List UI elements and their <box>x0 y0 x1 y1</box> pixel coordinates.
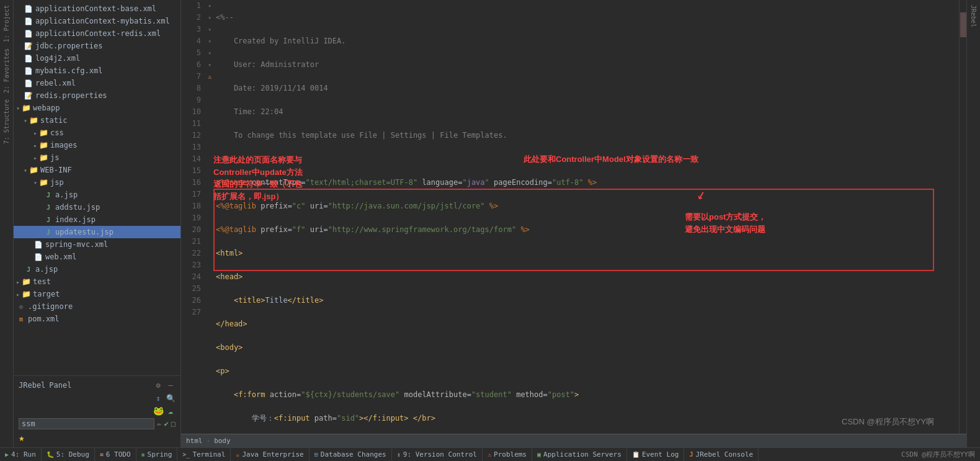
pom-icon: m <box>16 314 26 324</box>
left-tab-structure[interactable]: 7: Structure <box>2 97 11 146</box>
problems-icon: ⚠ <box>488 451 491 458</box>
left-tab-favorites[interactable]: 2: Favorites <box>2 46 11 96</box>
tab-vc[interactable]: ↕ 9: Version Control <box>392 448 483 461</box>
editor-content: 1 2 3 4 5 6 7 8 9 10 11 12 13 14 15 16 1… <box>181 0 966 434</box>
tab-problems[interactable]: ⚠ Problems <box>483 448 532 461</box>
tree-item-addstu-jsp[interactable]: J addstu.jsp <box>14 201 180 213</box>
ssm-input[interactable] <box>19 418 154 429</box>
editor-area: 1 2 3 4 5 6 7 8 9 10 11 12 13 14 15 16 1… <box>181 0 966 447</box>
tree-item-rebel[interactable]: 📄 rebel.xml <box>14 77 180 89</box>
settings-icon[interactable]: ⚙ <box>153 380 163 390</box>
tab-java[interactable]: ☕ Java Enterprise <box>231 448 309 461</box>
tab-jrebel-console[interactable]: J JRebel Console <box>684 448 759 461</box>
tree-item-web-xml[interactable]: 📄 web.xml <box>14 251 180 263</box>
tree-item-jsp-folder[interactable]: ▾ 📁 jsp <box>14 176 180 189</box>
tree-item-js[interactable]: ▸ 📁 js <box>14 151 180 164</box>
tree-item-mybatis[interactable]: 📄 mybatis.cfg.xml <box>14 65 180 77</box>
tab-vc-label: 9: Version Control <box>403 450 477 459</box>
code-line-3: User: Administrator <box>213 59 959 71</box>
tab-db[interactable]: ⊞ Database Changes <box>310 448 392 461</box>
tab-spring[interactable]: ❀ Spring <box>136 448 178 461</box>
tree-item-webinf[interactable]: ▾ 📁 WEB-INF <box>14 164 180 176</box>
tree-item-images[interactable]: ▸ 📁 images <box>14 139 180 151</box>
jrebel-label[interactable]: JRebel <box>19 381 45 390</box>
tree-item-a-jsp-root[interactable]: J a.jsp <box>14 263 180 275</box>
bottom-right-watermark: CSDN @程序员不想YY啊 <box>901 450 980 459</box>
breadcrumb-body[interactable]: body <box>214 437 231 445</box>
rebel-icon[interactable]: 🐸 <box>153 406 163 416</box>
cloud-icon[interactable]: ☁ <box>166 406 176 416</box>
tree-item-static[interactable]: ▾ 📁 static <box>14 114 180 127</box>
tree-item-a-jsp[interactable]: J a.jsp <box>14 189 180 201</box>
tree-item-pom[interactable]: m pom.xml <box>14 313 180 325</box>
folder-icon: 📁 <box>21 289 31 299</box>
left-tab-project[interactable]: 1: Project <box>2 2 11 45</box>
tree-item-label: index.jsp <box>55 215 96 224</box>
edit-icon[interactable]: ✏ <box>157 419 161 428</box>
tab-run[interactable]: ▶ 4: Run <box>0 448 42 461</box>
line-numbers: 1 2 3 4 5 6 7 8 9 10 11 12 13 14 15 16 1… <box>181 0 206 434</box>
tab-eventlog-label: Event Log <box>642 450 679 459</box>
tree-item-css[interactable]: ▸ 📁 css <box>14 127 180 139</box>
tab-eventlog[interactable]: 📋 Event Log <box>627 448 685 461</box>
tree-item-spring-mvc[interactable]: 📄 spring-mvc.xml <box>14 238 180 251</box>
tree-item-label: .gitignore <box>28 302 73 311</box>
sidebar-bottom: JRebel Panel ⚙ — ↕ 🔍 🐸 ☁ ✏ <box>14 375 180 447</box>
tree-item-appcontext-redis[interactable]: 📄 applicationContext-redis.xml <box>14 27 180 40</box>
tab-terminal[interactable]: >_ Terminal <box>177 448 231 461</box>
tree-item-label: log4j2.xml <box>35 54 80 63</box>
tree-item-index-jsp[interactable]: J index.jsp <box>14 213 180 226</box>
code-line-10: <%@taglib prefix="f" uri="http://www.spr… <box>213 224 959 236</box>
scroll-icon[interactable]: ↕ <box>153 393 163 403</box>
xml-icon: 📄 <box>24 4 33 14</box>
right-tab-jrebel[interactable]: JRebel <box>969 2 978 30</box>
java-icon: ☕ <box>236 451 239 458</box>
tree-item-label: spring-mvc.xml <box>45 240 108 249</box>
vc-icon: ↕ <box>397 451 401 458</box>
arrow-icon: ▾ <box>24 117 27 124</box>
tree-item-webapp[interactable]: ▾ 📁 webapp <box>14 102 180 114</box>
panel-label[interactable]: Panel <box>49 381 71 390</box>
tree-item-redis-props[interactable]: 📝 redis.properties <box>14 89 180 102</box>
tab-debug[interactable]: 🐛 5: Debug <box>42 448 95 461</box>
arrow-icon: ▸ <box>33 154 37 161</box>
tree-item-label: applicationContext-base.xml <box>35 4 156 13</box>
tree-item-gitignore[interactable]: ⊘ .gitignore <box>14 300 180 313</box>
close-icon[interactable]: — <box>166 380 176 390</box>
jsp-icon: J <box>43 190 53 200</box>
tree-item-appcontext-base[interactable]: 📄 applicationContext-base.xml <box>14 2 180 15</box>
tab-java-label: Java Enterprise <box>242 450 303 459</box>
expand-icon[interactable]: □ <box>171 419 176 428</box>
xml-icon: 📄 <box>24 16 33 26</box>
jsp-icon: J <box>43 227 53 237</box>
tab-todo-label: 6 TODO <box>106 450 131 459</box>
terminal-icon: >_ <box>182 451 190 458</box>
code-block[interactable]: <%-- Created by IntelliJ IDEA. User: Adm… <box>213 0 959 434</box>
tree-item-test[interactable]: ▸ 📁 test <box>14 275 180 288</box>
tree-item-label: a.jsp <box>35 265 58 274</box>
star-button[interactable]: ★ <box>19 432 25 444</box>
file-tree: 📄 applicationContext-base.xml 📄 applicat… <box>14 0 180 375</box>
tree-item-target[interactable]: ▸ 📁 target <box>14 288 180 300</box>
breadcrumb-html[interactable]: html <box>186 437 203 445</box>
tab-todo[interactable]: ≡ 6 TODO <box>95 448 136 461</box>
check-icon[interactable]: ✔ <box>164 419 169 428</box>
tree-item-appcontext-mybatis[interactable]: 📄 applicationContext-mybatis.xml <box>14 15 180 27</box>
tree-item-log4j2[interactable]: 📄 log4j2.xml <box>14 52 180 65</box>
code-editor[interactable]: 注意此处的页面名称要与Controller中update方法返回的字符串一致（不… <box>213 0 959 434</box>
folder-icon: 📁 <box>29 165 38 175</box>
xml-icon: 📄 <box>33 239 43 249</box>
tab-db-label: Database Changes <box>321 450 386 459</box>
search-icon[interactable]: 🔍 <box>166 393 176 403</box>
props-icon: 📝 <box>24 91 33 101</box>
tab-spring-label: Spring <box>148 450 172 459</box>
tab-appserver[interactable]: ▣ Application Servers <box>532 448 627 461</box>
folder-icon: 📁 <box>29 115 38 125</box>
tree-item-jdbc[interactable]: 📝 jdbc.properties <box>14 40 180 52</box>
tree-item-label: applicationContext-mybatis.xml <box>35 17 170 25</box>
code-line-17: <f:form action="${ctx}/students/save" mo… <box>213 389 959 401</box>
tab-problems-label: Problems <box>494 450 527 459</box>
tree-item-updatestu-jsp[interactable]: J updatestu.jsp <box>14 226 180 238</box>
eventlog-icon: 📋 <box>632 451 639 458</box>
folder-icon: 📁 <box>21 103 31 113</box>
